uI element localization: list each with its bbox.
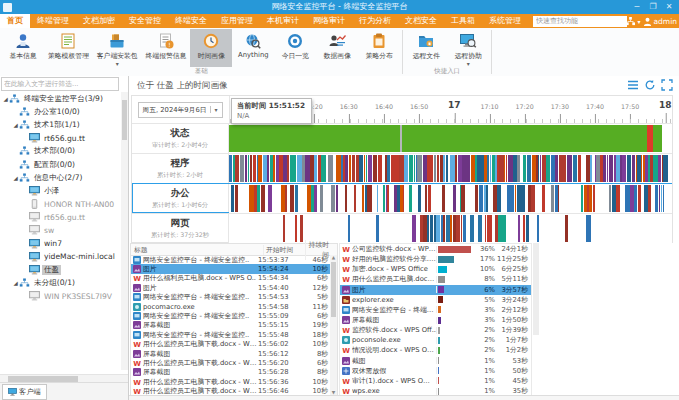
nav-tab-终端安全[interactable]: 终端安全: [168, 14, 214, 28]
usage-row[interactable]: W好用的电脑监控软件分享.d..17%11分25秒: [340, 254, 531, 264]
maximize-button[interactable]: ❐: [645, 0, 661, 14]
timeline-row-状态[interactable]: 状态审计时长: 2小时4分: [132, 123, 672, 153]
column-settings-icon[interactable]: [627, 79, 639, 91]
nav-tab-网络审计[interactable]: 网络审计: [306, 14, 352, 28]
column-title[interactable]: 标题: [131, 245, 263, 255]
activity-row[interactable]: W用什么福利员工电脑.docx - WPS O..15:54:346秒: [131, 274, 330, 283]
activity-row[interactable]: 图片15:54:2410秒: [131, 264, 330, 273]
fullscreen-icon[interactable]: [661, 79, 673, 91]
tree-node-未分组(0/1)[interactable]: ◢未分组(0/1): [0, 277, 121, 290]
activity-row[interactable]: 屏幕截图15:55:1519秒: [131, 321, 330, 330]
ribbon-button-数据画像[interactable]: 数据画像: [316, 29, 358, 67]
timeline-lane[interactable]: [229, 214, 672, 243]
usage-row[interactable]: W用什么监控员工电脑.docx ..8%5分11秒: [340, 274, 531, 284]
tree-vertical-scrollbar[interactable]: [121, 92, 128, 370]
nav-tab-安全管控[interactable]: 安全管控: [122, 14, 168, 28]
activity-table-scrollbar[interactable]: ▲ ▼: [330, 255, 337, 395]
activity-row[interactable]: 网络安全监控平台 - 终端安全监控..15:55:4818秒: [131, 330, 330, 339]
ribbon-button-策略模板管理[interactable]: 策略模板管理: [44, 29, 93, 67]
activity-row[interactable]: pocomacro.exe15:54:5811秒: [131, 302, 330, 311]
usage-row[interactable]: 双休需放假1%50秒: [340, 366, 531, 376]
org-tree-icon[interactable]: [626, 17, 635, 26]
usage-row[interactable]: W公司监控软件.docx - WPS ..36%24分1秒: [340, 244, 531, 254]
ribbon-button-Anything[interactable]: Anything: [232, 29, 274, 67]
column-start-time[interactable]: 开始时间: [263, 245, 305, 255]
usage-row[interactable]: explorer.exe5%3分24秒: [340, 295, 531, 305]
date-picker[interactable]: 周五, 2024年9月6日 ▾: [138, 102, 222, 118]
user-avatar-icon[interactable]: [643, 17, 652, 26]
usage-row[interactable]: 截图1%53秒: [340, 356, 531, 366]
expanded-arrow-icon[interactable]: ◢: [12, 175, 19, 181]
nav-tab-终端管理[interactable]: 终端管理: [30, 14, 76, 28]
nav-tab-应用管理[interactable]: 应用管理: [214, 14, 260, 28]
refresh-icon[interactable]: [644, 79, 656, 91]
expanded-arrow-icon[interactable]: ◢: [12, 280, 19, 286]
activity-row[interactable]: 图片15:54:4012秒: [131, 283, 330, 292]
activity-row[interactable]: W用什么监控员工电脑下载.docx - WPS O..15:56:4610秒: [131, 386, 330, 395]
tree-node-信息中心(2/7)[interactable]: ◢信息中心(2/7): [0, 171, 121, 184]
usage-row[interactable]: W审计(1).docx - WPS Office1%45秒: [340, 376, 531, 386]
activity-row[interactable]: 屏幕截图15:56:288秒: [131, 368, 330, 377]
tree-node-技术部(0/0)[interactable]: 技术部(0/0): [0, 145, 121, 158]
activity-row[interactable]: 屏幕截图15:56:128秒: [131, 349, 330, 358]
timeline-lane[interactable]: [229, 154, 672, 183]
tree-node-HONOR NTH-AN00[interactable]: HONOR NTH-AN00: [0, 198, 121, 211]
username[interactable]: admin: [654, 17, 678, 26]
ribbon-button-今日一览[interactable]: 今日一览: [274, 29, 316, 67]
tree-node-sw[interactable]: sw: [0, 224, 121, 237]
tree-node-配置部(0/0)[interactable]: 配置部(0/0): [0, 158, 121, 171]
tree-node-小泽[interactable]: 小泽: [0, 184, 121, 197]
usage-row[interactable]: W情况说明.docx - WPS Office2%1分2秒: [340, 345, 531, 355]
nav-tab-首页[interactable]: 首页: [0, 14, 30, 28]
usage-row[interactable]: 网络安全监控平台 - 终端安..3%2分12秒: [340, 305, 531, 315]
usage-row[interactable]: 屏幕截图3%1分50秒: [340, 315, 531, 325]
clients-tab[interactable]: 客户端: [2, 384, 47, 400]
activity-row[interactable]: 网络安全监控平台 - 终端安全监控..15:53:3746秒: [131, 255, 330, 264]
usage-table-scrollbar[interactable]: [533, 243, 539, 335]
tree-node-办公室1(0/0)[interactable]: 办公室1(0/0): [0, 105, 121, 118]
nav-tab-文档安全[interactable]: 文档安全: [398, 14, 444, 28]
timeline-row-办公[interactable]: 办公累计时长: 1小时6分: [132, 183, 672, 213]
tree-node-技术1部(1/1)[interactable]: ◢技术1部(1/1): [0, 118, 121, 131]
ribbon-button-终端报警信息[interactable]: !终端报警信息: [142, 29, 191, 67]
timeline-row-网页[interactable]: 网页累计时长: 37分32秒: [132, 213, 672, 243]
expanded-arrow-icon[interactable]: ◢: [12, 122, 19, 128]
activity-row[interactable]: 网络安全监控平台 - 终端安全监控..15:54:535秒: [131, 293, 330, 302]
ribbon-button-基本信息[interactable]: 基本信息: [2, 29, 44, 67]
tree-node-WIN PK3SESL7I9V[interactable]: WIN PK3SESL7I9V: [0, 290, 121, 303]
ribbon-button-时间画像[interactable]: 时间画像: [190, 29, 232, 67]
activity-row[interactable]: W用什么监控员工电脑下载.docx - WPS O..15:56:3610秒: [131, 377, 330, 386]
ribbon-button-客户端安装包[interactable]: 客户端安装包▾: [93, 29, 142, 67]
date-dropdown-icon[interactable]: ▾: [210, 106, 222, 113]
activity-row[interactable]: W用什么监控员工电脑下载.docx - WPS O..15:56:206秒: [131, 358, 330, 367]
timeline-lane[interactable]: [229, 184, 672, 213]
tree-filter-input[interactable]: [1, 77, 119, 91]
ribbon-button-远程协助[interactable]: 远程协助▾: [447, 29, 489, 67]
timeline-row-程序[interactable]: 程序累计时长: 2小时: [132, 153, 672, 183]
tree-node-仕盈[interactable]: 仕盈: [0, 263, 121, 276]
tree-node-yideMac-mini.local[interactable]: yideMac-mini.local: [0, 250, 121, 263]
usage-row[interactable]: W加密.docx - WPS Office10%6分25秒: [340, 264, 531, 274]
tree-node-rt656.gu.tt[interactable]: rt656.gu.tt: [0, 211, 121, 224]
activity-row[interactable]: 网络安全监控平台 - 终端安全监控..15:55:096秒: [131, 311, 330, 320]
ribbon-button-远程文件[interactable]: 远程文件: [405, 29, 447, 67]
nav-tab-系统管理[interactable]: 系统管理: [482, 14, 528, 28]
minimize-button[interactable]: ─: [629, 0, 645, 14]
nav-tab-本机审计[interactable]: 本机审计: [260, 14, 306, 28]
nav-tab-文档加密[interactable]: 文档加密: [76, 14, 122, 28]
usage-row[interactable]: W监控软件.docx - WPS Off..2%1分39秒: [340, 325, 531, 335]
nav-tab-行为分析[interactable]: 行为分析: [352, 14, 398, 28]
nav-tab-工具箱[interactable]: 工具箱: [444, 14, 482, 28]
timeline-lane[interactable]: [229, 124, 672, 153]
usage-row[interactable]: poconsole.exe2%1分7秒: [340, 335, 531, 345]
close-button[interactable]: ✕: [661, 0, 677, 14]
org-dropdown-icon[interactable]: ▾: [637, 18, 640, 25]
tree-node-rt656.gu.tt[interactable]: rt656.gu.tt: [0, 132, 121, 145]
tree-node-终端安全监控平台(3/9)[interactable]: ◢终端安全监控平台(3/9): [0, 92, 121, 105]
expanded-arrow-icon[interactable]: ◢: [2, 96, 9, 102]
activity-row[interactable]: W用什么监控员工电脑下载.docx - WPS O..15:56:0210秒: [131, 340, 330, 349]
quick-search-input[interactable]: [533, 16, 627, 27]
ribbon-button-策略分布[interactable]: 策略分布: [358, 29, 400, 67]
tree-node-win7[interactable]: win7: [0, 237, 121, 250]
usage-row[interactable]: 图片6%3分57秒: [340, 285, 531, 295]
